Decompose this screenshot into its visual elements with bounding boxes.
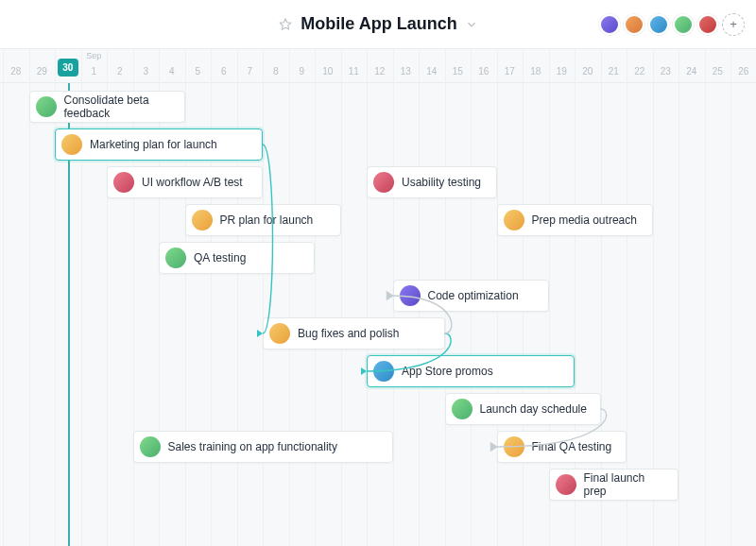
date-tick[interactable]: 2 bbox=[109, 66, 131, 77]
task-label: Consolidate beta feedback bbox=[64, 94, 175, 120]
title-group: Mobile App Launch bbox=[278, 14, 477, 34]
task-label: Final launch prep bbox=[584, 471, 669, 498]
date-tick[interactable]: 9 bbox=[290, 66, 313, 77]
date-tick[interactable]: 3 bbox=[134, 66, 157, 77]
assignee-avatar bbox=[504, 436, 524, 457]
task-label: QA testing bbox=[194, 251, 246, 264]
grid-column-line bbox=[679, 49, 679, 546]
task-bar[interactable]: QA testing bbox=[159, 242, 315, 274]
date-tick[interactable]: 7 bbox=[238, 66, 261, 77]
task-label: UI workflow A/B test bbox=[142, 176, 243, 189]
date-ruler: 2829301234567891011121314151617181920212… bbox=[0, 49, 756, 83]
date-tick[interactable]: 1 bbox=[82, 66, 105, 77]
task-bar[interactable]: Prep media outreach bbox=[497, 204, 653, 236]
grid-column-line bbox=[81, 49, 82, 546]
task-bar[interactable]: Final QA testing bbox=[497, 431, 627, 463]
date-tick[interactable]: 8 bbox=[265, 66, 287, 77]
date-tick[interactable]: 21 bbox=[602, 66, 625, 77]
task-bar[interactable]: App Store promos bbox=[367, 355, 575, 387]
grid-column-line bbox=[133, 49, 134, 546]
task-bar[interactable]: UI workflow A/B test bbox=[107, 166, 263, 198]
grid-column-line bbox=[29, 49, 30, 546]
grid-column-line bbox=[289, 49, 290, 546]
task-bar[interactable]: Consolidate beta feedback bbox=[29, 91, 185, 123]
task-bar[interactable]: PR plan for launch bbox=[185, 204, 341, 236]
date-tick[interactable]: 19 bbox=[550, 66, 573, 77]
task-bar[interactable]: Final launch prep bbox=[549, 469, 679, 501]
task-bar[interactable]: Code optimization bbox=[393, 280, 549, 312]
assignee-avatar bbox=[556, 474, 576, 495]
date-tick[interactable]: 13 bbox=[394, 66, 417, 77]
collaborator-avatar[interactable] bbox=[648, 14, 669, 35]
page-title: Mobile App Launch bbox=[301, 14, 456, 34]
date-tick[interactable]: 23 bbox=[654, 66, 677, 77]
date-tick[interactable]: 29 bbox=[30, 66, 53, 77]
collaborator-avatar[interactable] bbox=[599, 14, 620, 35]
assignee-avatar bbox=[36, 96, 57, 117]
task-label: Launch day schedule bbox=[480, 402, 587, 416]
task-label: Prep media outreach bbox=[532, 213, 637, 227]
date-tick[interactable]: 12 bbox=[369, 66, 391, 77]
task-label: Marketing plan for launch bbox=[90, 138, 217, 151]
date-tick[interactable]: 15 bbox=[446, 66, 469, 77]
add-user-button[interactable]: + bbox=[722, 13, 745, 36]
month-label: Sep bbox=[86, 51, 101, 60]
grid-column-line bbox=[3, 49, 4, 546]
date-tick[interactable]: 25 bbox=[706, 66, 729, 77]
task-bar[interactable]: Usability testing bbox=[367, 166, 497, 198]
assignee-avatar bbox=[373, 361, 394, 382]
task-label: App Store promos bbox=[402, 365, 493, 378]
assignee-avatar bbox=[269, 323, 290, 344]
grid-column-line bbox=[315, 49, 316, 546]
task-bar[interactable]: Sales training on app functionality bbox=[133, 431, 393, 463]
task-label: Code optimization bbox=[428, 289, 519, 302]
gantt-grid[interactable]: Consolidate beta feedbackMarketing plan … bbox=[0, 83, 756, 546]
date-tick[interactable]: 24 bbox=[680, 66, 703, 77]
star-icon[interactable] bbox=[278, 17, 293, 32]
date-tick[interactable]: 10 bbox=[317, 66, 339, 77]
grid-column-line bbox=[263, 49, 264, 546]
task-label: Usability testing bbox=[402, 176, 481, 189]
grid-column-line bbox=[367, 49, 368, 546]
assignee-avatar bbox=[373, 172, 394, 193]
grid-column-line bbox=[211, 49, 212, 546]
grid-column-line bbox=[237, 49, 238, 546]
date-tick[interactable]: 17 bbox=[498, 66, 521, 77]
task-bar[interactable]: Bug fixes and polish bbox=[263, 317, 445, 350]
date-tick[interactable]: 11 bbox=[342, 66, 365, 77]
collaborator-avatars: + bbox=[599, 13, 745, 36]
assignee-avatar bbox=[400, 285, 421, 306]
grid-column-line bbox=[705, 49, 706, 546]
date-tick[interactable]: 5 bbox=[186, 66, 209, 77]
assignee-avatar bbox=[504, 210, 524, 230]
task-label: PR plan for launch bbox=[220, 213, 314, 227]
assignee-avatar bbox=[165, 247, 186, 268]
date-tick[interactable]: 4 bbox=[161, 66, 183, 77]
date-tick[interactable]: 14 bbox=[421, 66, 443, 77]
grid-column-line bbox=[55, 49, 56, 546]
grid-column-line bbox=[185, 49, 186, 546]
task-label: Sales training on app functionality bbox=[168, 440, 337, 453]
assignee-avatar bbox=[192, 210, 213, 230]
date-tick[interactable]: 6 bbox=[213, 66, 235, 77]
date-tick[interactable]: 28 bbox=[5, 66, 27, 77]
page-header: Mobile App Launch + bbox=[0, 0, 756, 49]
date-tick[interactable]: 26 bbox=[732, 66, 755, 77]
chevron-down-icon[interactable] bbox=[465, 18, 478, 31]
date-tick-today[interactable]: 30 bbox=[58, 59, 78, 77]
task-label: Bug fixes and polish bbox=[298, 327, 399, 340]
assignee-avatar bbox=[452, 399, 472, 419]
assignee-avatar bbox=[140, 436, 161, 457]
assignee-avatar bbox=[113, 172, 134, 193]
grid-column-line bbox=[159, 49, 160, 546]
task-bar[interactable]: Launch day schedule bbox=[445, 393, 601, 425]
date-tick[interactable]: 16 bbox=[472, 66, 495, 77]
date-tick[interactable]: 20 bbox=[576, 66, 599, 77]
task-bar[interactable]: Marketing plan for launch bbox=[55, 128, 263, 161]
grid-column-line bbox=[107, 49, 108, 546]
collaborator-avatar[interactable] bbox=[673, 14, 694, 35]
date-tick[interactable]: 18 bbox=[524, 66, 547, 77]
collaborator-avatar[interactable] bbox=[624, 14, 644, 35]
date-tick[interactable]: 22 bbox=[628, 66, 651, 77]
collaborator-avatar[interactable] bbox=[697, 14, 718, 35]
